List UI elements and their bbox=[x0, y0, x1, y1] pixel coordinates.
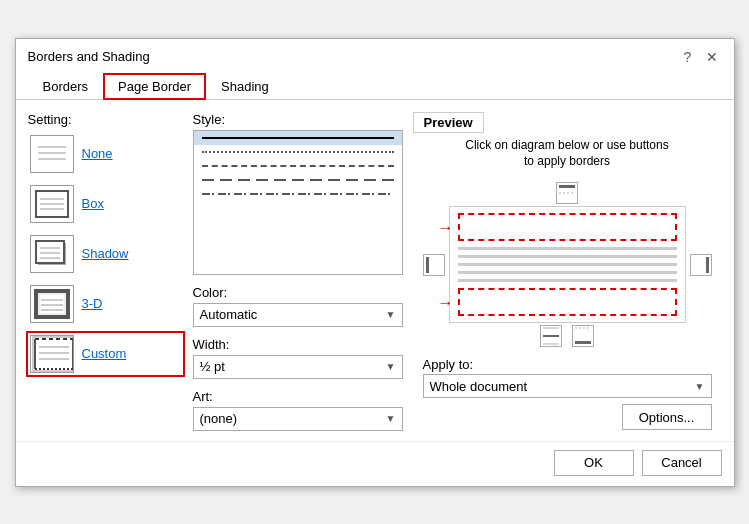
help-button[interactable]: ? bbox=[678, 47, 698, 67]
color-arrow-icon: ▼ bbox=[386, 309, 396, 320]
setting-custom-icon bbox=[30, 335, 74, 373]
bottom-row: OK Cancel bbox=[16, 441, 734, 486]
tab-borders[interactable]: Borders bbox=[28, 73, 104, 100]
color-value: Automatic bbox=[200, 307, 258, 322]
width-row: Width: ½ pt ▼ bbox=[193, 337, 403, 379]
art-arrow-icon: ▼ bbox=[386, 413, 396, 424]
setting-box-label: Box bbox=[82, 196, 104, 211]
setting-3d-icon bbox=[30, 285, 74, 323]
apply-to-dropdown-row: Whole document ▼ bbox=[413, 372, 722, 398]
dashdot-line bbox=[202, 193, 394, 195]
svg-rect-33 bbox=[575, 341, 591, 344]
style-list-container bbox=[193, 130, 403, 275]
style-item-dashdot[interactable] bbox=[194, 187, 402, 201]
bottom-border-icon bbox=[574, 327, 592, 345]
apply-to-label: Apply to: bbox=[423, 357, 474, 372]
dialog-title: Borders and Shading bbox=[28, 49, 150, 64]
middle-preview-row: → bbox=[423, 206, 712, 323]
inner-horiz-border-button[interactable] bbox=[540, 325, 562, 347]
setting-box-icon bbox=[30, 185, 74, 223]
title-bar: Borders and Shading ? ✕ bbox=[16, 39, 734, 67]
art-value: (none) bbox=[200, 411, 238, 426]
art-dropdown[interactable]: (none) ▼ bbox=[193, 407, 403, 431]
art-row: Art: (none) ▼ bbox=[193, 389, 403, 431]
top-section: → bbox=[450, 213, 685, 241]
svg-rect-28 bbox=[706, 257, 709, 273]
shadow-svg bbox=[34, 239, 70, 269]
bottom-btn-row bbox=[423, 325, 712, 347]
preview-line-4 bbox=[458, 271, 677, 274]
bottom-border-btn[interactable] bbox=[572, 325, 594, 347]
svg-rect-8 bbox=[36, 241, 64, 263]
preview-hint: Click on diagram below or use buttonsto … bbox=[413, 137, 722, 171]
style-panel: Style: bbox=[193, 112, 403, 431]
options-button[interactable]: Options... bbox=[622, 404, 712, 430]
top-border-icon bbox=[558, 184, 576, 202]
dashed-sm-line bbox=[202, 165, 394, 167]
right-border-button[interactable] bbox=[690, 254, 712, 276]
dialog-body: Setting: None bbox=[16, 100, 734, 441]
svg-rect-25 bbox=[559, 185, 575, 188]
close-button[interactable]: ✕ bbox=[702, 47, 722, 67]
setting-none-icon bbox=[30, 135, 74, 173]
setting-box[interactable]: Box bbox=[28, 183, 183, 225]
preview-line-2 bbox=[458, 255, 677, 258]
bottom-arrow-icon: → bbox=[438, 294, 454, 312]
preview-content-lines bbox=[458, 243, 677, 286]
width-label: Width: bbox=[193, 337, 403, 352]
left-border-icon bbox=[425, 256, 443, 274]
right-border-icon bbox=[692, 256, 710, 274]
svg-rect-12 bbox=[36, 291, 68, 317]
dotted-line bbox=[202, 151, 394, 153]
style-item-dashed-sm[interactable] bbox=[194, 159, 402, 173]
tab-page-border[interactable]: Page Border bbox=[103, 73, 206, 100]
setting-shadow-label: Shadow bbox=[82, 246, 129, 261]
style-item-dotted[interactable] bbox=[194, 145, 402, 159]
ok-button[interactable]: OK bbox=[554, 450, 634, 476]
none-svg bbox=[34, 139, 70, 169]
width-arrow-icon: ▼ bbox=[386, 361, 396, 372]
apply-to-dropdown[interactable]: Whole document ▼ bbox=[423, 374, 712, 398]
style-list[interactable] bbox=[194, 131, 402, 274]
setting-shadow[interactable]: Shadow bbox=[28, 233, 183, 275]
options-row: Options... bbox=[413, 398, 722, 430]
borders-shading-dialog: Borders and Shading ? ✕ Borders Page Bor… bbox=[15, 38, 735, 487]
preview-document[interactable]: → bbox=[449, 206, 686, 323]
color-label: Color: bbox=[193, 285, 403, 300]
preview-title: Preview bbox=[413, 112, 484, 133]
style-item-solid[interactable] bbox=[194, 131, 402, 145]
cancel-button[interactable]: Cancel bbox=[642, 450, 722, 476]
apply-to-arrow-icon: ▼ bbox=[695, 381, 705, 392]
setting-shadow-icon bbox=[30, 235, 74, 273]
preview-container: → bbox=[413, 178, 722, 351]
inner-horiz-border-icon bbox=[542, 327, 560, 345]
svg-rect-17 bbox=[33, 337, 73, 371]
art-label: Art: bbox=[193, 389, 403, 404]
tab-shading[interactable]: Shading bbox=[206, 73, 284, 100]
setting-none[interactable]: None bbox=[28, 133, 183, 175]
style-item-dashed-lg[interactable] bbox=[194, 173, 402, 187]
color-dropdown[interactable]: Automatic ▼ bbox=[193, 303, 403, 327]
top-border-button[interactable] bbox=[556, 182, 578, 204]
setting-custom-label: Custom bbox=[82, 346, 127, 361]
width-value: ½ pt bbox=[200, 359, 225, 374]
none-visual bbox=[34, 139, 70, 169]
setting-3d-label: 3-D bbox=[82, 296, 103, 311]
3d-svg bbox=[34, 289, 70, 319]
top-border-preview: → bbox=[458, 213, 677, 241]
top-arrow-icon: → bbox=[438, 219, 454, 237]
settings-label: Setting: bbox=[28, 112, 183, 127]
svg-rect-27 bbox=[426, 257, 429, 273]
preview-panel: Preview Click on diagram below or use bu… bbox=[413, 112, 722, 431]
box-svg bbox=[34, 189, 70, 219]
left-border-button[interactable] bbox=[423, 254, 445, 276]
style-label: Style: bbox=[193, 112, 403, 127]
width-dropdown[interactable]: ½ pt ▼ bbox=[193, 355, 403, 379]
dashed-lg-line bbox=[202, 179, 394, 181]
setting-3d[interactable]: 3-D bbox=[28, 283, 183, 325]
svg-rect-13 bbox=[39, 294, 65, 314]
preview-line-5 bbox=[458, 279, 677, 282]
apply-to-value: Whole document bbox=[430, 379, 528, 394]
apply-to-row: Apply to: bbox=[413, 357, 722, 372]
setting-custom[interactable]: Custom bbox=[28, 333, 183, 375]
